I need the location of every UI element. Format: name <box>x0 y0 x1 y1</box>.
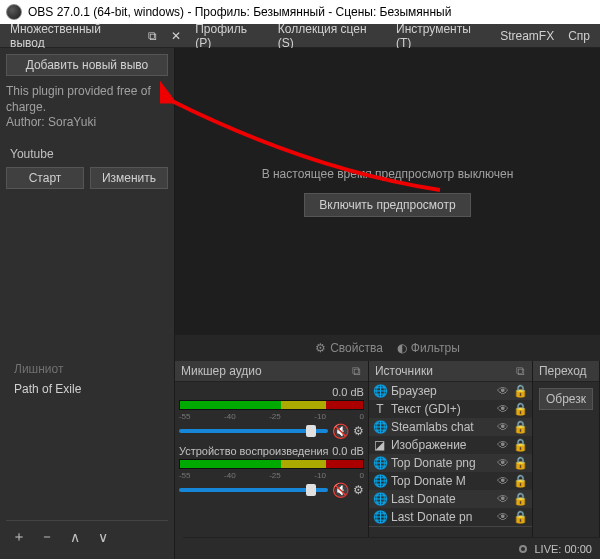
source-name: Top Donate M <box>391 474 493 488</box>
channel-settings-icon[interactable]: ⚙ <box>353 424 364 438</box>
scene-toolbar: ＋ － ∧ ∨ <box>6 520 168 553</box>
visibility-toggle-icon[interactable]: 👁 <box>497 492 509 506</box>
source-name: Steamlabs chat <box>391 420 493 434</box>
source-row[interactable]: 🌐Браузер👁🔒 <box>369 382 532 400</box>
channel-db: 0.0 dB <box>332 445 364 457</box>
channel-settings-icon[interactable]: ⚙ <box>353 483 364 497</box>
plugin-line1: This plugin provided free of charge. <box>6 84 168 115</box>
source-row[interactable]: 🌐Steamlabs chat👁🔒 <box>369 418 532 436</box>
visibility-toggle-icon[interactable]: 👁 <box>497 402 509 416</box>
volume-slider[interactable] <box>179 488 328 492</box>
gear-icon: ⚙ <box>315 341 326 355</box>
lock-toggle-icon[interactable]: 🔒 <box>513 510 528 524</box>
menu-tools[interactable]: Инструменты (T) <box>390 20 492 52</box>
lock-toggle-icon[interactable]: 🔒 <box>513 438 528 452</box>
mute-icon[interactable]: 🔇 <box>332 423 349 439</box>
transitions-header[interactable]: Переход <box>533 361 599 382</box>
remove-scene-icon[interactable]: － <box>36 527 58 547</box>
edit-button[interactable]: Изменить <box>90 167 168 189</box>
source-type-icon: 🌐 <box>373 384 387 398</box>
mixer-header[interactable]: Микшер аудио ⧉ <box>175 361 368 382</box>
lock-toggle-icon[interactable]: 🔒 <box>513 402 528 416</box>
source-row[interactable]: ◪Изображение👁🔒 <box>369 436 532 454</box>
menu-help[interactable]: Спр <box>562 27 596 45</box>
source-name: Изображение <box>391 438 493 452</box>
sources-title: Источники <box>375 364 433 378</box>
transitions-panel: Переход Обрезк <box>533 361 600 559</box>
add-output-button[interactable]: Добавить новый выво <box>6 54 168 76</box>
sources-header[interactable]: Источники ⧉ <box>369 361 532 382</box>
plugin-line2: Author: SoraYuki <box>6 115 168 131</box>
source-type-icon: 🌐 <box>373 474 387 488</box>
transition-select[interactable]: Обрезк <box>539 388 593 410</box>
obs-logo-icon <box>6 4 22 20</box>
menu-profile[interactable]: Профиль (P) <box>189 20 270 52</box>
lock-toggle-icon[interactable]: 🔒 <box>513 474 528 488</box>
source-row[interactable]: 🌐Top Donate png👁🔒 <box>369 454 532 472</box>
lock-toggle-icon[interactable]: 🔒 <box>513 384 528 398</box>
visibility-toggle-icon[interactable]: 👁 <box>497 420 509 434</box>
source-type-icon: 🌐 <box>373 456 387 470</box>
properties-button[interactable]: ⚙ Свойства <box>315 341 383 355</box>
visibility-toggle-icon[interactable]: 👁 <box>497 456 509 470</box>
preview-area: В настоящее время предпросмотр выключен … <box>175 48 600 335</box>
meter-scale: -55-40-25-100 <box>179 471 364 480</box>
visibility-toggle-icon[interactable]: 👁 <box>497 384 509 398</box>
source-name: Top Donate png <box>391 456 493 470</box>
vu-meter <box>179 459 364 469</box>
visibility-toggle-icon[interactable]: 👁 <box>497 438 509 452</box>
preview-disabled-text: В настоящее время предпросмотр выключен <box>262 167 514 181</box>
mixer-channel: Устройство воспроизведения 0.0 dB -55-40… <box>179 445 364 498</box>
dock-grip-icon[interactable]: ⧉ <box>516 364 526 378</box>
live-dot-icon <box>519 545 527 553</box>
props-bar: ⚙ Свойства ◐ Фильтры <box>175 335 600 361</box>
menubar: Множественный вывод ⧉ ✕ Профиль (P) Колл… <box>0 24 600 48</box>
multiout-dock: Добавить новый выво This plugin provided… <box>0 48 175 559</box>
lock-toggle-icon[interactable]: 🔒 <box>513 492 528 506</box>
menu-multiout[interactable]: Множественный вывод <box>4 20 140 52</box>
meter-scale: -55-40-25-100 <box>179 412 364 421</box>
menu-scene-collection[interactable]: Коллекция сцен (S) <box>272 20 388 52</box>
scene-item[interactable]: Path of Exile <box>10 379 164 399</box>
enable-preview-button[interactable]: Включить предпросмотр <box>304 193 470 217</box>
scene-down-icon[interactable]: ∨ <box>92 527 114 547</box>
source-name: Текст (GDI+) <box>391 402 493 416</box>
source-type-icon: 🌐 <box>373 492 387 506</box>
filters-button[interactable]: ◐ Фильтры <box>397 341 460 355</box>
mixer-channel: 0.0 dB -55-40-25-100 🔇 ⚙ <box>179 386 364 439</box>
source-type-icon: 🌐 <box>373 420 387 434</box>
output-youtube-label: Youtube <box>6 147 168 161</box>
source-row[interactable]: 🌐Last Donate👁🔒 <box>369 490 532 508</box>
window-title: OBS 27.0.1 (64-bit, windows) - Профиль: … <box>28 5 451 19</box>
mixer-title: Микшер аудио <box>181 364 262 378</box>
scene-item[interactable]: Лишниот <box>10 359 164 379</box>
scene-up-icon[interactable]: ∧ <box>64 527 86 547</box>
volume-slider[interactable] <box>179 429 328 433</box>
start-button[interactable]: Старт <box>6 167 84 189</box>
source-name: Браузер <box>391 384 493 398</box>
filters-label: Фильтры <box>411 341 460 355</box>
visibility-toggle-icon[interactable]: 👁 <box>497 510 509 524</box>
dock-popout-icon[interactable]: ⧉ <box>142 27 163 45</box>
vu-meter <box>179 400 364 410</box>
menu-streamfx[interactable]: StreamFX <box>494 27 560 45</box>
visibility-toggle-icon[interactable]: 👁 <box>497 474 509 488</box>
source-row[interactable]: 🌐Last Donate pn👁🔒 <box>369 508 532 526</box>
filter-icon: ◐ <box>397 341 407 355</box>
lock-toggle-icon[interactable]: 🔒 <box>513 456 528 470</box>
plugin-info: This plugin provided free of charge. Aut… <box>6 84 168 131</box>
lock-toggle-icon[interactable]: 🔒 <box>513 420 528 434</box>
add-scene-icon[interactable]: ＋ <box>8 527 30 547</box>
source-name: Last Donate pn <box>391 510 493 524</box>
properties-label: Свойства <box>330 341 383 355</box>
dock-grip-icon[interactable]: ⧉ <box>352 364 362 378</box>
sources-panel: Источники ⧉ 🌐Браузер👁🔒TТекст (GDI+)👁🔒🌐St… <box>369 361 533 559</box>
source-row[interactable]: 🌐Top Donate M👁🔒 <box>369 472 532 490</box>
dock-close-icon[interactable]: ✕ <box>165 27 187 45</box>
source-type-icon: 🌐 <box>373 510 387 524</box>
source-row[interactable]: TТекст (GDI+)👁🔒 <box>369 400 532 418</box>
live-timer: LIVE: 00:00 <box>535 543 593 555</box>
mute-icon[interactable]: 🔇 <box>332 482 349 498</box>
mixer-panel: Микшер аудио ⧉ 0.0 dB -55-40-25-100 <box>175 361 369 559</box>
channel-db: 0.0 dB <box>332 386 364 398</box>
